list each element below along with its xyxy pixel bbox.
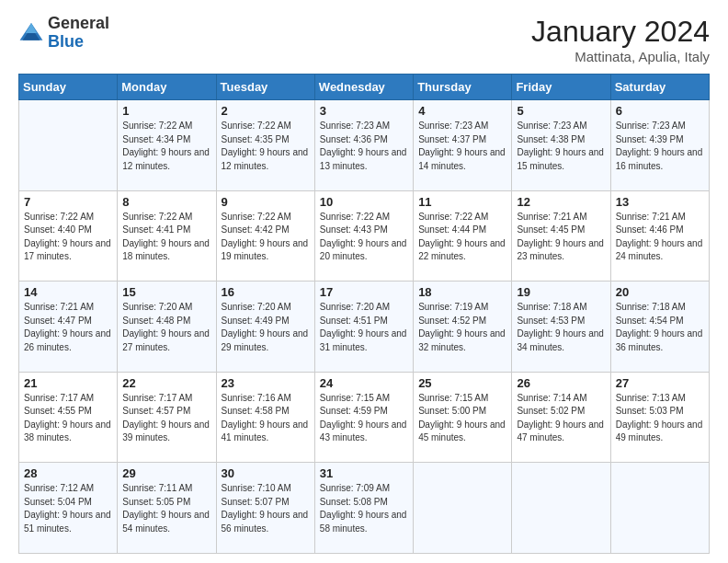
day-info: Sunrise: 7:23 AMSunset: 4:39 PMDaylight:…: [616, 120, 704, 173]
calendar-cell: 14Sunrise: 7:21 AMSunset: 4:47 PMDayligh…: [19, 282, 118, 373]
day-number: 30: [222, 466, 310, 480]
calendar-cell: 1Sunrise: 7:22 AMSunset: 4:34 PMDaylight…: [118, 100, 216, 191]
day-number: 20: [616, 285, 704, 299]
day-info: Sunrise: 7:20 AMSunset: 4:49 PMDaylight:…: [222, 301, 310, 354]
day-info: Sunrise: 7:12 AMSunset: 5:04 PMDaylight:…: [24, 482, 112, 535]
day-info: Sunrise: 7:18 AMSunset: 4:53 PMDaylight:…: [517, 301, 605, 354]
calendar-cell: 9Sunrise: 7:22 AMSunset: 4:42 PMDaylight…: [216, 190, 314, 282]
day-info: Sunrise: 7:20 AMSunset: 4:48 PMDaylight:…: [122, 301, 210, 354]
calendar-cell: 28Sunrise: 7:12 AMSunset: 5:04 PMDayligh…: [19, 463, 118, 554]
calendar-cell: 18Sunrise: 7:19 AMSunset: 4:52 PMDayligh…: [414, 282, 512, 373]
day-number: 25: [418, 376, 506, 390]
day-header-friday: Friday: [512, 75, 610, 100]
page: General Blue January 2024 Mattinata, Apu…: [0, 0, 728, 563]
day-number: 9: [222, 195, 310, 209]
calendar-cell: 2Sunrise: 7:22 AMSunset: 4:35 PMDaylight…: [216, 100, 314, 191]
day-number: 3: [320, 104, 408, 118]
day-info: Sunrise: 7:16 AMSunset: 4:58 PMDaylight:…: [222, 392, 310, 445]
calendar-cell: 27Sunrise: 7:13 AMSunset: 5:03 PMDayligh…: [610, 372, 709, 463]
day-number: 24: [320, 376, 408, 390]
calendar-cell: [19, 100, 118, 191]
day-info: Sunrise: 7:23 AMSunset: 4:37 PMDaylight:…: [418, 120, 506, 173]
day-header-saturday: Saturday: [610, 75, 709, 100]
day-info: Sunrise: 7:21 AMSunset: 4:45 PMDaylight:…: [517, 211, 605, 264]
day-info: Sunrise: 7:09 AMSunset: 5:08 PMDaylight:…: [320, 482, 408, 535]
day-number: 10: [320, 195, 408, 209]
day-number: 27: [616, 376, 704, 390]
day-info: Sunrise: 7:22 AMSunset: 4:40 PMDaylight:…: [24, 211, 112, 264]
day-info: Sunrise: 7:20 AMSunset: 4:51 PMDaylight:…: [320, 301, 408, 354]
calendar-cell: 12Sunrise: 7:21 AMSunset: 4:45 PMDayligh…: [512, 190, 610, 282]
calendar-cell: 26Sunrise: 7:14 AMSunset: 5:02 PMDayligh…: [512, 372, 610, 463]
day-info: Sunrise: 7:15 AMSunset: 5:00 PMDaylight:…: [418, 392, 506, 445]
calendar-cell: [610, 463, 709, 554]
calendar-cell: 10Sunrise: 7:22 AMSunset: 4:43 PMDayligh…: [314, 190, 413, 282]
day-number: 6: [616, 104, 704, 118]
day-info: Sunrise: 7:17 AMSunset: 4:57 PMDaylight:…: [122, 392, 210, 445]
calendar-cell: 20Sunrise: 7:18 AMSunset: 4:54 PMDayligh…: [610, 282, 709, 373]
day-number: 2: [222, 104, 310, 118]
month-title: January 2024: [531, 15, 710, 49]
calendar-cell: 30Sunrise: 7:10 AMSunset: 5:07 PMDayligh…: [216, 463, 314, 554]
day-info: Sunrise: 7:22 AMSunset: 4:34 PMDaylight:…: [122, 120, 210, 173]
day-number: 12: [517, 195, 605, 209]
week-row-4: 21Sunrise: 7:17 AMSunset: 4:55 PMDayligh…: [19, 372, 710, 463]
week-row-2: 7Sunrise: 7:22 AMSunset: 4:40 PMDaylight…: [19, 190, 710, 282]
calendar-table: SundayMondayTuesdayWednesdayThursdayFrid…: [18, 74, 710, 554]
week-row-3: 14Sunrise: 7:21 AMSunset: 4:47 PMDayligh…: [19, 282, 710, 373]
calendar-cell: 24Sunrise: 7:15 AMSunset: 4:59 PMDayligh…: [314, 372, 413, 463]
header: General Blue January 2024 Mattinata, Apu…: [18, 15, 710, 64]
day-info: Sunrise: 7:14 AMSunset: 5:02 PMDaylight:…: [517, 392, 605, 445]
day-number: 22: [122, 376, 210, 390]
day-info: Sunrise: 7:23 AMSunset: 4:36 PMDaylight:…: [320, 120, 408, 173]
week-row-1: 1Sunrise: 7:22 AMSunset: 4:34 PMDaylight…: [19, 100, 710, 191]
day-header-monday: Monday: [118, 75, 216, 100]
day-header-tuesday: Tuesday: [216, 75, 314, 100]
day-info: Sunrise: 7:18 AMSunset: 4:54 PMDaylight:…: [616, 301, 704, 354]
day-number: 26: [517, 376, 605, 390]
day-info: Sunrise: 7:22 AMSunset: 4:44 PMDaylight:…: [418, 211, 506, 264]
day-number: 28: [24, 466, 112, 480]
calendar-cell: 25Sunrise: 7:15 AMSunset: 5:00 PMDayligh…: [414, 372, 512, 463]
day-info: Sunrise: 7:22 AMSunset: 4:42 PMDaylight:…: [222, 211, 310, 264]
day-number: 14: [24, 285, 112, 299]
logo-icon: [18, 20, 44, 46]
day-number: 18: [418, 285, 506, 299]
calendar-cell: 4Sunrise: 7:23 AMSunset: 4:37 PMDaylight…: [414, 100, 512, 191]
calendar-cell: 29Sunrise: 7:11 AMSunset: 5:05 PMDayligh…: [118, 463, 216, 554]
calendar-cell: 8Sunrise: 7:22 AMSunset: 4:41 PMDaylight…: [118, 190, 216, 282]
day-info: Sunrise: 7:13 AMSunset: 5:03 PMDaylight:…: [616, 392, 704, 445]
day-header-sunday: Sunday: [19, 75, 118, 100]
day-number: 8: [122, 195, 210, 209]
day-info: Sunrise: 7:15 AMSunset: 4:59 PMDaylight:…: [320, 392, 408, 445]
day-info: Sunrise: 7:21 AMSunset: 4:47 PMDaylight:…: [24, 301, 112, 354]
day-info: Sunrise: 7:21 AMSunset: 4:46 PMDaylight:…: [616, 211, 704, 264]
calendar-cell: 3Sunrise: 7:23 AMSunset: 4:36 PMDaylight…: [314, 100, 413, 191]
svg-marker-2: [26, 23, 37, 33]
day-number: 17: [320, 285, 408, 299]
day-info: Sunrise: 7:19 AMSunset: 4:52 PMDaylight:…: [418, 301, 506, 354]
day-number: 21: [24, 376, 112, 390]
day-info: Sunrise: 7:22 AMSunset: 4:43 PMDaylight:…: [320, 211, 408, 264]
day-info: Sunrise: 7:22 AMSunset: 4:35 PMDaylight:…: [222, 120, 310, 173]
calendar-cell: 16Sunrise: 7:20 AMSunset: 4:49 PMDayligh…: [216, 282, 314, 373]
day-info: Sunrise: 7:22 AMSunset: 4:41 PMDaylight:…: [122, 211, 210, 264]
day-number: 5: [517, 104, 605, 118]
calendar-cell: 19Sunrise: 7:18 AMSunset: 4:53 PMDayligh…: [512, 282, 610, 373]
calendar-cell: 21Sunrise: 7:17 AMSunset: 4:55 PMDayligh…: [19, 372, 118, 463]
day-number: 19: [517, 285, 605, 299]
calendar-cell: 22Sunrise: 7:17 AMSunset: 4:57 PMDayligh…: [118, 372, 216, 463]
day-number: 13: [616, 195, 704, 209]
days-header-row: SundayMondayTuesdayWednesdayThursdayFrid…: [19, 75, 710, 100]
day-number: 1: [122, 104, 210, 118]
day-number: 31: [320, 466, 408, 480]
day-number: 11: [418, 195, 506, 209]
day-info: Sunrise: 7:10 AMSunset: 5:07 PMDaylight:…: [222, 482, 310, 535]
location: Mattinata, Apulia, Italy: [531, 49, 710, 64]
calendar-cell: 7Sunrise: 7:22 AMSunset: 4:40 PMDaylight…: [19, 190, 118, 282]
day-info: Sunrise: 7:17 AMSunset: 4:55 PMDaylight:…: [24, 392, 112, 445]
logo-text: General Blue: [48, 15, 109, 52]
day-number: 16: [222, 285, 310, 299]
logo: General Blue: [18, 15, 109, 52]
title-block: January 2024 Mattinata, Apulia, Italy: [531, 15, 710, 64]
